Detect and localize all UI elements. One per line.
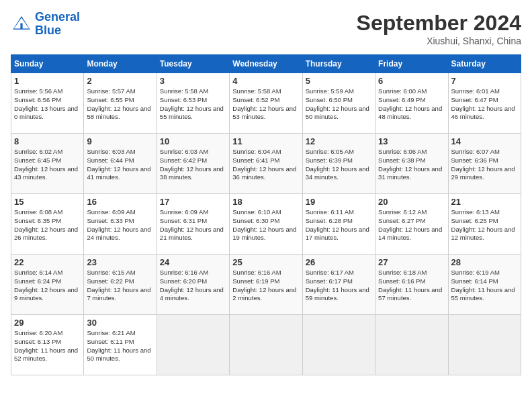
calendar-cell: 9 Sunrise: 6:03 AMSunset: 6:44 PMDayligh… <box>84 134 157 194</box>
day-number: 13 <box>378 136 445 146</box>
day-info: Sunrise: 6:02 AMSunset: 6:45 PMDaylight:… <box>14 148 81 182</box>
calendar-cell: 7 Sunrise: 6:01 AMSunset: 6:47 PMDayligh… <box>448 73 521 134</box>
calendar-cell: 12 Sunrise: 6:05 AMSunset: 6:39 PMDaylig… <box>302 134 375 194</box>
day-info: Sunrise: 6:06 AMSunset: 6:38 PMDaylight:… <box>378 148 445 182</box>
calendar-cell: 26 Sunrise: 6:17 AMSunset: 6:17 PMDaylig… <box>302 255 375 315</box>
day-info: Sunrise: 6:05 AMSunset: 6:39 PMDaylight:… <box>306 148 372 182</box>
day-info: Sunrise: 6:09 AMSunset: 6:33 PMDaylight:… <box>87 208 153 242</box>
title-block: September 2024 Xiushui, Shanxi, China <box>357 11 521 46</box>
calendar-cell: 24 Sunrise: 6:16 AMSunset: 6:20 PMDaylig… <box>157 255 229 315</box>
col-header-saturday: Saturday <box>448 55 521 73</box>
day-info: Sunrise: 6:11 AMSunset: 6:28 PMDaylight:… <box>306 208 372 242</box>
calendar-cell: 14 Sunrise: 6:07 AMSunset: 6:36 PMDaylig… <box>448 134 521 194</box>
calendar-cell: 19 Sunrise: 6:11 AMSunset: 6:28 PMDaylig… <box>302 194 375 255</box>
calendar-cell: 1 Sunrise: 5:56 AMSunset: 6:56 PMDayligh… <box>11 73 84 134</box>
calendar-cell: 17 Sunrise: 6:09 AMSunset: 6:31 PMDaylig… <box>157 194 229 255</box>
day-info: Sunrise: 6:03 AMSunset: 6:42 PMDaylight:… <box>160 148 226 182</box>
day-number: 19 <box>306 197 372 207</box>
calendar-week-1: 1 Sunrise: 5:56 AMSunset: 6:56 PMDayligh… <box>11 73 521 134</box>
logo: General Blue <box>11 11 80 38</box>
calendar-cell <box>157 315 229 375</box>
day-info: Sunrise: 5:58 AMSunset: 6:53 PMDaylight:… <box>160 87 226 122</box>
day-number: 2 <box>87 76 153 86</box>
calendar-cell: 2 Sunrise: 5:57 AMSunset: 6:55 PMDayligh… <box>84 73 157 134</box>
day-info: Sunrise: 6:18 AMSunset: 6:16 PMDaylight:… <box>378 269 445 303</box>
calendar-week-2: 8 Sunrise: 6:02 AMSunset: 6:45 PMDayligh… <box>11 134 521 194</box>
calendar-cell: 11 Sunrise: 6:04 AMSunset: 6:41 PMDaylig… <box>230 134 302 194</box>
day-info: Sunrise: 6:19 AMSunset: 6:14 PMDaylight:… <box>451 269 518 303</box>
calendar-cell <box>230 315 302 375</box>
day-info: Sunrise: 6:00 AMSunset: 6:49 PMDaylight:… <box>378 87 445 122</box>
day-info: Sunrise: 6:04 AMSunset: 6:41 PMDaylight:… <box>232 148 299 182</box>
calendar-cell <box>448 315 521 375</box>
day-number: 26 <box>306 257 372 267</box>
day-number: 20 <box>378 197 445 207</box>
calendar-table: SundayMondayTuesdayWednesdayThursdayFrid… <box>11 54 521 375</box>
month-title: September 2024 <box>357 11 521 36</box>
day-number: 9 <box>87 136 153 146</box>
day-number: 21 <box>451 197 518 207</box>
day-info: Sunrise: 6:16 AMSunset: 6:20 PMDaylight:… <box>160 269 226 303</box>
day-number: 12 <box>306 136 372 146</box>
day-info: Sunrise: 6:07 AMSunset: 6:36 PMDaylight:… <box>451 148 518 182</box>
calendar-cell: 18 Sunrise: 6:10 AMSunset: 6:30 PMDaylig… <box>230 194 302 255</box>
day-number: 14 <box>451 136 518 146</box>
calendar-cell: 3 Sunrise: 5:58 AMSunset: 6:53 PMDayligh… <box>157 73 229 134</box>
day-number: 18 <box>232 197 299 207</box>
col-header-monday: Monday <box>84 55 157 73</box>
day-number: 15 <box>14 197 81 207</box>
day-number: 29 <box>14 318 81 328</box>
calendar-cell: 25 Sunrise: 6:16 AMSunset: 6:19 PMDaylig… <box>230 255 302 315</box>
day-info: Sunrise: 5:57 AMSunset: 6:55 PMDaylight:… <box>87 87 153 122</box>
day-number: 16 <box>87 197 153 207</box>
day-info: Sunrise: 6:09 AMSunset: 6:31 PMDaylight:… <box>160 208 226 242</box>
calendar-cell: 4 Sunrise: 5:58 AMSunset: 6:52 PMDayligh… <box>230 73 302 134</box>
calendar-cell: 20 Sunrise: 6:12 AMSunset: 6:27 PMDaylig… <box>375 194 448 255</box>
day-number: 23 <box>87 257 153 267</box>
day-info: Sunrise: 6:13 AMSunset: 6:25 PMDaylight:… <box>451 208 518 242</box>
day-info: Sunrise: 5:58 AMSunset: 6:52 PMDaylight:… <box>232 87 299 122</box>
day-number: 4 <box>232 76 299 86</box>
day-number: 17 <box>160 197 226 207</box>
day-number: 7 <box>451 76 518 86</box>
day-info: Sunrise: 6:03 AMSunset: 6:44 PMDaylight:… <box>87 148 153 182</box>
col-header-thursday: Thursday <box>302 55 375 73</box>
calendar-cell: 22 Sunrise: 6:14 AMSunset: 6:24 PMDaylig… <box>11 255 84 315</box>
col-header-friday: Friday <box>375 55 448 73</box>
day-number: 11 <box>232 136 299 146</box>
day-number: 28 <box>451 257 518 267</box>
day-info: Sunrise: 6:08 AMSunset: 6:35 PMDaylight:… <box>14 208 81 242</box>
day-info: Sunrise: 6:15 AMSunset: 6:22 PMDaylight:… <box>87 269 153 303</box>
day-number: 5 <box>306 76 372 86</box>
calendar-cell: 21 Sunrise: 6:13 AMSunset: 6:25 PMDaylig… <box>448 194 521 255</box>
day-number: 22 <box>14 257 81 267</box>
calendar-cell: 27 Sunrise: 6:18 AMSunset: 6:16 PMDaylig… <box>375 255 448 315</box>
header-row: SundayMondayTuesdayWednesdayThursdayFrid… <box>11 55 521 73</box>
day-info: Sunrise: 6:17 AMSunset: 6:17 PMDaylight:… <box>306 269 372 303</box>
day-info: Sunrise: 6:01 AMSunset: 6:47 PMDaylight:… <box>451 87 518 122</box>
day-number: 10 <box>160 136 226 146</box>
day-info: Sunrise: 5:59 AMSunset: 6:50 PMDaylight:… <box>306 87 372 122</box>
day-number: 8 <box>14 136 81 146</box>
location: Xiushui, Shanxi, China <box>357 36 521 46</box>
calendar-week-4: 22 Sunrise: 6:14 AMSunset: 6:24 PMDaylig… <box>11 255 521 315</box>
logo-text: General Blue <box>35 11 80 38</box>
calendar-cell: 16 Sunrise: 6:09 AMSunset: 6:33 PMDaylig… <box>84 194 157 255</box>
calendar-cell: 28 Sunrise: 6:19 AMSunset: 6:14 PMDaylig… <box>448 255 521 315</box>
day-number: 30 <box>87 318 153 328</box>
col-header-tuesday: Tuesday <box>157 55 229 73</box>
calendar-cell: 23 Sunrise: 6:15 AMSunset: 6:22 PMDaylig… <box>84 255 157 315</box>
calendar-cell: 13 Sunrise: 6:06 AMSunset: 6:38 PMDaylig… <box>375 134 448 194</box>
calendar-cell <box>302 315 375 375</box>
calendar-cell: 10 Sunrise: 6:03 AMSunset: 6:42 PMDaylig… <box>157 134 229 194</box>
day-info: Sunrise: 6:14 AMSunset: 6:24 PMDaylight:… <box>14 269 81 303</box>
calendar-cell: 30 Sunrise: 6:21 AMSunset: 6:11 PMDaylig… <box>84 315 157 375</box>
day-number: 27 <box>378 257 445 267</box>
day-info: Sunrise: 6:10 AMSunset: 6:30 PMDaylight:… <box>232 208 299 242</box>
col-header-sunday: Sunday <box>11 55 84 73</box>
calendar-cell: 6 Sunrise: 6:00 AMSunset: 6:49 PMDayligh… <box>375 73 448 134</box>
calendar-cell: 8 Sunrise: 6:02 AMSunset: 6:45 PMDayligh… <box>11 134 84 194</box>
page-header: General Blue September 2024 Xiushui, Sha… <box>11 11 521 46</box>
day-number: 3 <box>160 76 226 86</box>
logo-icon <box>11 13 32 35</box>
